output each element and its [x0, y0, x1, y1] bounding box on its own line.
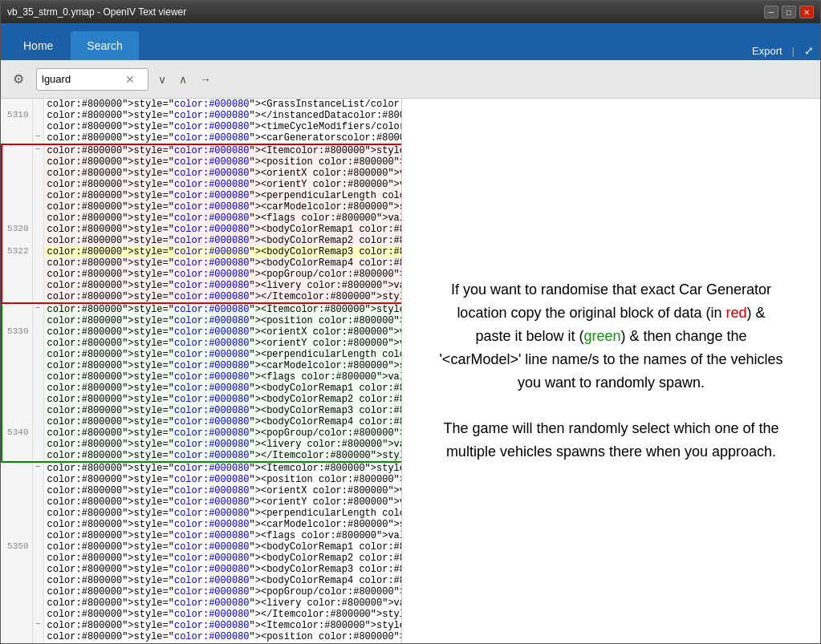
next-result-button[interactable]: ∧	[176, 70, 190, 89]
table-row: − color:#800000">style="color:#000080"><…	[2, 303, 402, 315]
table-row: 5350 color:#800000">style="color:#000080…	[2, 541, 402, 553]
table-row: color:#800000">style="color:#000080"><li…	[2, 280, 402, 291]
code-line: color:#800000">style="color:#000080"><or…	[43, 496, 402, 508]
fold-indicator	[32, 508, 43, 519]
fold-indicator	[32, 246, 43, 257]
fold-indicator	[32, 519, 43, 530]
fold-indicator	[32, 280, 43, 291]
fold-indicator	[32, 257, 43, 269]
tab-home[interactable]: Home	[7, 31, 69, 60]
search-input[interactable]	[42, 73, 122, 85]
code-line: color:#800000">style="color:#000080"><fl…	[43, 371, 402, 383]
line-number	[2, 642, 32, 643]
fold-indicator[interactable]: −	[32, 144, 43, 156]
line-number	[2, 371, 32, 383]
table-row: color:#800000">style="color:#000080"><pe…	[2, 190, 402, 201]
line-number	[2, 474, 32, 485]
line-number	[2, 405, 32, 416]
code-line: color:#800000">style="color:#000080"><or…	[43, 338, 402, 349]
table-row: color:#800000">style="color:#000080"><fl…	[2, 371, 402, 383]
minimize-button[interactable]: ─	[764, 6, 778, 18]
green-label: green	[583, 328, 620, 344]
fold-indicator	[32, 360, 43, 371]
code-line: color:#800000">style="color:#000080"><bo…	[43, 383, 402, 394]
fold-indicator	[32, 416, 43, 427]
line-number	[2, 631, 32, 642]
line-number	[2, 179, 32, 190]
code-line: color:#800000">style="color:#000080"><bo…	[43, 405, 402, 416]
main-content: color:#800000">style="color:#000080"><Gr…	[1, 99, 820, 643]
line-number	[2, 462, 32, 474]
fold-indicator	[32, 201, 43, 213]
line-number	[2, 564, 32, 575]
fold-indicator	[32, 474, 43, 485]
fold-indicator	[32, 110, 43, 121]
title-bar: vb_35_strm_0.ymap - OpenIV Text viewer ─…	[1, 1, 820, 23]
tab-bar: Home Search Export | ⤢	[1, 23, 820, 60]
fold-indicator	[32, 213, 43, 224]
window-title: vb_35_strm_0.ymap - OpenIV Text viewer	[7, 6, 764, 18]
fold-indicator	[32, 427, 43, 439]
fold-indicator	[32, 609, 43, 620]
fold-indicator	[32, 121, 43, 132]
fold-indicator	[32, 326, 43, 338]
fold-indicator	[32, 439, 43, 450]
line-number: 5320	[2, 224, 32, 235]
fold-indicator	[32, 269, 43, 280]
line-number	[2, 553, 32, 564]
export-button[interactable]: Export	[752, 45, 782, 57]
fold-indicator[interactable]: −	[32, 303, 43, 315]
fold-indicator	[32, 541, 43, 553]
code-line: color:#800000">style="color:#000080"><fl…	[43, 530, 402, 541]
code-line: color:#800000">style="color:#000080"></i…	[43, 110, 402, 121]
restore-button[interactable]: □	[782, 6, 796, 18]
fold-indicator	[32, 485, 43, 496]
code-line: color:#800000">style="color:#000080"><It…	[43, 144, 402, 156]
line-number	[2, 439, 32, 450]
line-number	[2, 485, 32, 496]
line-number: 5330	[2, 326, 32, 338]
code-line: color:#800000">style="color:#000080"></I…	[43, 450, 402, 462]
window: vb_35_strm_0.ymap - OpenIV Text viewer ─…	[0, 0, 821, 644]
settings-icon[interactable]: ⚙	[7, 68, 30, 91]
table-row: color:#800000">style="color:#000080"><po…	[2, 586, 402, 597]
code-panel[interactable]: color:#800000">style="color:#000080"><Gr…	[1, 99, 402, 643]
table-row: color:#800000">style="color:#000080"><po…	[2, 631, 402, 642]
expand-icon[interactable]: ⤢	[804, 44, 814, 57]
code-line: color:#800000">style="color:#000080"><bo…	[43, 224, 402, 235]
table-row: color:#800000">style="color:#000080"><ca…	[2, 360, 402, 371]
table-row: color:#800000">style="color:#000080"><or…	[2, 179, 402, 190]
table-row: color:#800000">style="color:#000080"></I…	[2, 609, 402, 620]
code-line: color:#800000">style="color:#000080"><ca…	[43, 519, 402, 530]
table-row: color:#800000">style="color:#000080"><ca…	[2, 201, 402, 213]
code-line: color:#800000">style="color:#000080"></I…	[43, 609, 402, 620]
code-line: color:#800000">style="color:#000080"><It…	[43, 303, 402, 315]
line-number	[2, 586, 32, 597]
tab-search[interactable]: Search	[71, 31, 138, 60]
line-number	[2, 168, 32, 179]
fold-indicator	[32, 586, 43, 597]
divider: |	[792, 45, 795, 57]
line-number	[2, 213, 32, 224]
fold-indicator	[32, 315, 43, 326]
fold-indicator	[32, 190, 43, 201]
line-number	[2, 156, 32, 168]
forward-button[interactable]: →	[197, 70, 214, 89]
clear-button[interactable]: ✕	[125, 73, 135, 86]
prev-result-button[interactable]: ∨	[155, 70, 169, 89]
fold-indicator	[32, 405, 43, 416]
fold-indicator	[32, 597, 43, 609]
fold-indicator	[32, 371, 43, 383]
line-number	[2, 190, 32, 201]
fold-indicator	[32, 349, 43, 360]
table-row: color:#800000">style="color:#000080"><po…	[2, 156, 402, 168]
table-row: color:#800000">style="color:#000080"><po…	[2, 474, 402, 485]
line-number	[2, 609, 32, 620]
info-paragraph-1: If you want to randomise that exact Car …	[439, 278, 784, 394]
code-line: color:#800000">style="color:#000080"><bo…	[43, 553, 402, 564]
table-row: 5330 color:#800000">style="color:#000080…	[2, 326, 402, 338]
code-line: color:#800000">style="color:#000080"><bo…	[43, 575, 402, 586]
line-number	[2, 257, 32, 269]
fold-indicator	[32, 642, 43, 643]
close-button[interactable]: ✕	[799, 6, 814, 18]
